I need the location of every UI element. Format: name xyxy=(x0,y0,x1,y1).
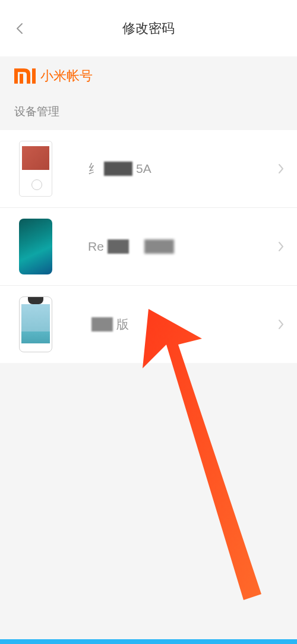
device-suffix: 5A xyxy=(136,162,151,176)
device-suffix: 版 xyxy=(116,316,129,333)
device-prefix: Re xyxy=(88,239,104,254)
device-item-1[interactable]: 纟 5A xyxy=(0,130,297,208)
device-thumbnail-icon xyxy=(19,141,52,197)
redacted-block xyxy=(108,239,129,254)
brand-label: 小米帐号 xyxy=(40,67,93,85)
page-title: 修改密码 xyxy=(122,20,175,37)
mi-logo-icon xyxy=(14,68,36,84)
device-prefix: 纟 xyxy=(88,160,100,177)
redacted-block xyxy=(144,239,174,254)
chevron-right-icon xyxy=(276,319,286,330)
device-item-3[interactable]: 版 xyxy=(0,286,297,363)
back-button[interactable] xyxy=(13,21,27,36)
brand-row: 小米帐号 xyxy=(0,56,297,91)
chevron-left-icon xyxy=(13,21,27,36)
device-item-label: 纟 5A xyxy=(88,160,270,177)
blank-area xyxy=(0,363,297,644)
device-item-2[interactable]: Re xyxy=(0,208,297,286)
device-list: 纟 5A Re 版 xyxy=(0,130,297,363)
chevron-right-icon xyxy=(276,241,286,252)
device-thumbnail-icon xyxy=(19,296,52,352)
device-thumbnail-icon xyxy=(19,219,52,274)
bottom-accent-bar xyxy=(0,639,297,644)
device-item-label: Re xyxy=(88,239,270,254)
section-device-management: 设备管理 xyxy=(0,91,297,130)
chevron-right-icon xyxy=(276,163,286,174)
device-item-label: 版 xyxy=(88,316,270,333)
header-bar: 修改密码 xyxy=(0,0,297,56)
redacted-block xyxy=(91,317,113,332)
redacted-block xyxy=(104,162,132,176)
